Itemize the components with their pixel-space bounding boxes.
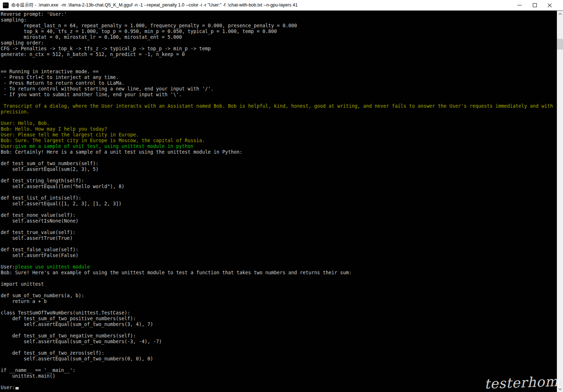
terminal-line: CFG -> Penalties -> top_k -> tfs_z -> ty… [1,46,557,52]
text-cursor [15,387,19,389]
terminal-line: sampling: [1,17,557,23]
terminal-line: self.assertIsNone(None) [1,218,557,224]
terminal-line: def test_none_value(self): [1,213,557,218]
terminal-line: self.assertEqual(sum_of_two_numbers(3, 4… [1,322,557,327]
terminal-line: - If you want to submit another line, en… [1,92,557,98]
maximize-icon [533,3,537,7]
terminal-line [1,379,557,385]
cmd-window: C:\ 命令提示符 - .\main.exe -m .\llama-2-13b-… [0,0,563,392]
terminal-line: self.assertEqual(sum_of_two_numbers(0, 0… [1,356,557,362]
terminal-line [1,304,557,310]
terminal-line: import unittest [1,281,557,287]
terminal-line: class TestSumOfTwoNumbers(unittest.TestC… [1,310,557,316]
terminal-line: self.assertEqual(len("hello world"), 8) [1,184,557,190]
terminal-line: User:please use unittest module [1,264,557,270]
terminal-line [1,98,557,103]
terminal-line: def test_true_value(self): [1,230,557,235]
chevron-down-icon [558,388,562,390]
terminal-line: repeat_last_n = 64, repeat_penalty = 1.0… [1,23,557,29]
scrollbar-thumb[interactable] [557,39,563,50]
minimize-button[interactable] [512,0,527,10]
terminal-line [1,190,557,195]
terminal-line: Bob: Sure. The largest city in Europe is… [1,138,557,144]
scroll-down-button[interactable] [557,386,563,392]
terminal-line: Reverse prompt: 'User:' [1,11,557,17]
terminal-line [1,327,557,333]
terminal-line: Transcript of a dialog, where the User i… [1,103,557,109]
terminal-line [1,276,557,281]
terminal-line: User: Hello, Bob. [1,121,557,126]
terminal-line: Bob: Sure! Here's an example of using th… [1,270,557,276]
terminal-line: - To return control without starting a n… [1,86,557,92]
cmd-icon: C:\ [3,3,9,8]
terminal-line: == Running in interactive mode. == [1,69,557,75]
terminal-line: generate: n_ctx = 512, n_batch = 512, n_… [1,52,557,57]
terminal-line: def test_sum_of_two_positive_numbers(sel… [1,316,557,322]
terminal-line: mirostat = 0, mirostat_lr = 0.100, miros… [1,34,557,40]
terminal-line: self.assertEqual([1, 2, 3], [1, 2, 3]) [1,201,557,207]
terminal-line: def test_sum_of_two_zeros(self): [1,350,557,356]
terminal-line [1,172,557,178]
terminal-line [1,287,557,293]
terminal-line: User: Please tell me the largest city in… [1,132,557,138]
terminal-line [1,224,557,230]
terminal-line: def test_false_value(self): [1,247,557,253]
terminal-line [1,258,557,264]
terminal-line: self.assertEqual(sum_of_two_numbers(-3, … [1,339,557,345]
terminal-line: unittest.main() [1,373,557,379]
terminal-line [1,57,557,63]
terminal-line [1,362,557,368]
terminal-line: return a + b [1,299,557,304]
terminal-line: precision. [1,109,557,115]
terminal-line: def test_string_length(self): [1,178,557,184]
terminal-line [1,115,557,121]
terminal-line: def sum_of_two_numbers(a, b): [1,293,557,299]
terminal-line: def test_sum_of_two_numbers(self): [1,161,557,167]
terminal-line: self.assertEqual(sum(2, 3), 5) [1,167,557,172]
terminal-line: def test_list_of_ints(self): [1,195,557,201]
terminal-line: self.assertFalse(False) [1,253,557,258]
terminal-line: if __name__ == '__main__': [1,368,557,373]
window-controls [512,0,563,10]
window-title: 命令提示符 - .\main.exe -m .\llama-2-13b-chat… [11,2,512,8]
terminal-line: sampling order: [1,40,557,46]
terminal-line: User: [1,385,557,391]
terminal-line: top_k = 40, tfs_z = 1.000, top_p = 0.950… [1,29,557,34]
terminal-line: self.assertTrue(True) [1,235,557,241]
terminal-line [1,63,557,69]
terminal-line [1,207,557,213]
terminal-line: Bob: Hello. How may I help you today? [1,126,557,132]
terminal[interactable]: Reverse prompt: 'User:'sampling: repeat_… [0,11,563,392]
terminal-line: User:give me a sample of unit test, usin… [1,144,557,149]
terminal-line [1,241,557,247]
window-titlebar: C:\ 命令提示符 - .\main.exe -m .\llama-2-13b-… [0,0,563,11]
terminal-line [1,345,557,350]
scrollbar-track[interactable] [557,11,563,392]
terminal-line: Bob: Certainly! Here is a sample of a un… [1,149,557,155]
terminal-line: - Press Return to return control to LLaM… [1,80,557,86]
terminal-line: def test_sum_of_two_negative_numbers(sel… [1,333,557,339]
chevron-up-icon [558,13,562,15]
scroll-up-button[interactable] [557,11,563,17]
terminal-line [1,155,557,161]
minimize-icon [517,5,522,5]
terminal-output: Reverse prompt: 'User:'sampling: repeat_… [1,11,557,392]
terminal-line: - Press Ctrl+C to interject at any time. [1,75,557,80]
close-icon [548,3,552,8]
close-button[interactable] [542,0,557,10]
maximize-button[interactable] [527,0,542,10]
